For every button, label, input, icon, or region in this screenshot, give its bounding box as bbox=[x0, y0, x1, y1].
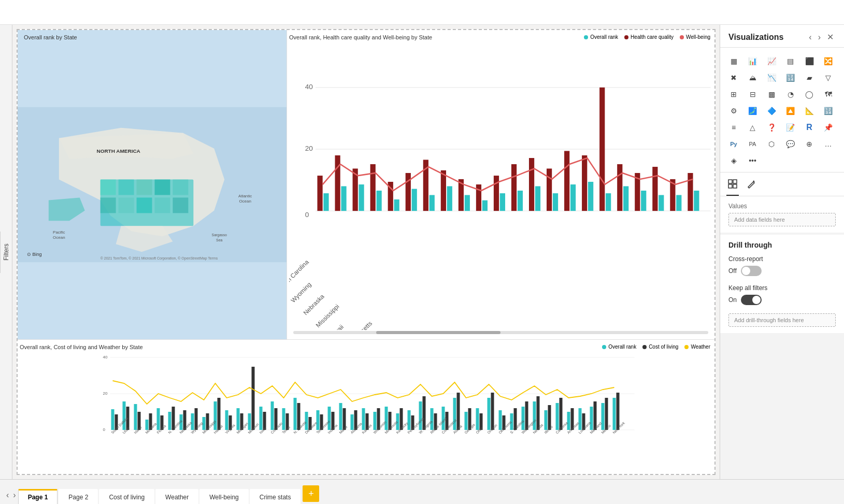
viz-py[interactable]: Py bbox=[726, 137, 741, 151]
viz-filled-map[interactable]: 🗾 bbox=[746, 104, 760, 118]
tab-nav-prev[interactable]: ‹ bbox=[4, 491, 11, 500]
svg-rect-4 bbox=[137, 180, 152, 195]
panel-close-btn[interactable]: ✕ bbox=[825, 31, 836, 43]
viz-waterfall[interactable]: ⬛ bbox=[802, 54, 817, 68]
svg-text:Pacific: Pacific bbox=[53, 230, 65, 235]
tab-well-being[interactable]: Well-being bbox=[199, 489, 248, 504]
svg-text:Wyoming: Wyoming bbox=[290, 281, 313, 304]
viz-ribbon[interactable]: 🔀 bbox=[821, 54, 836, 68]
tab-format-icon[interactable] bbox=[745, 177, 757, 196]
svg-rect-42 bbox=[447, 186, 452, 211]
tab-cost-of-living[interactable]: Cost of living bbox=[99, 489, 154, 504]
svg-text:40: 40 bbox=[103, 355, 108, 359]
bottom-chart: Overall rank, Cost of living and Weather… bbox=[18, 339, 714, 474]
top-bar bbox=[0, 0, 844, 25]
viz-scatter[interactable]: ✖ bbox=[726, 70, 741, 85]
top-chart-scrollbar[interactable] bbox=[293, 331, 708, 334]
panel-next-btn[interactable]: › bbox=[816, 31, 823, 43]
svg-rect-36 bbox=[394, 199, 399, 211]
svg-rect-183 bbox=[590, 407, 593, 430]
svg-rect-133 bbox=[305, 412, 308, 430]
svg-rect-40 bbox=[430, 195, 435, 211]
viz-custom2[interactable]: 💬 bbox=[783, 137, 798, 151]
svg-rect-137 bbox=[328, 407, 331, 430]
add-page-button[interactable]: + bbox=[303, 485, 319, 502]
svg-rect-46 bbox=[482, 200, 488, 211]
viz-funnel[interactable]: ▽ bbox=[821, 70, 836, 85]
filters-tab[interactable]: Filters bbox=[0, 232, 12, 273]
viz-eraser[interactable]: ◈ bbox=[726, 153, 741, 168]
visualizations-panel: Visualizations ‹ › ✕ ▦ 📊 📈 ▤ ⬛ 🔀 ✖ ⛰ 📉 🔢… bbox=[720, 25, 844, 479]
viz-qna[interactable]: ❓ bbox=[764, 120, 779, 135]
viz-100bar[interactable]: ▰ bbox=[802, 70, 817, 85]
svg-rect-52 bbox=[535, 186, 540, 211]
svg-rect-56 bbox=[570, 184, 576, 211]
viz-dots[interactable]: … bbox=[821, 137, 836, 151]
panel-prev-btn[interactable]: ‹ bbox=[807, 31, 813, 43]
svg-text:0: 0 bbox=[103, 427, 106, 432]
svg-rect-38 bbox=[412, 189, 417, 211]
svg-rect-70 bbox=[694, 191, 699, 211]
svg-rect-54 bbox=[553, 193, 558, 211]
map-visual: Overall rank by State bbox=[18, 30, 287, 339]
svg-rect-135 bbox=[317, 410, 320, 430]
svg-text:© 2021 TomTom, © 2021 Microsof: © 2021 TomTom, © 2021 Microsoft Corporat… bbox=[101, 256, 218, 261]
viz-bar-chart[interactable]: 📊 bbox=[746, 54, 760, 68]
tab-crime-stats[interactable]: Crime stats bbox=[250, 489, 301, 504]
viz-decomp[interactable]: △ bbox=[746, 120, 760, 135]
svg-rect-117 bbox=[214, 401, 217, 430]
tab-weather[interactable]: Weather bbox=[155, 489, 198, 504]
svg-rect-34 bbox=[377, 191, 382, 211]
svg-rect-2 bbox=[101, 180, 116, 195]
svg-rect-68 bbox=[676, 195, 681, 211]
top-bar-chart: Overall rank, Health care quality and We… bbox=[287, 30, 714, 339]
viz-more[interactable]: ••• bbox=[746, 153, 760, 168]
viz-combo[interactable]: 🔢 bbox=[783, 70, 798, 85]
viz-pin[interactable]: 📌 bbox=[821, 120, 836, 135]
viz-map[interactable]: 🗺 bbox=[821, 87, 836, 102]
svg-text:Sargasso: Sargasso bbox=[212, 233, 227, 237]
viz-line-bar[interactable]: 📈 bbox=[764, 54, 779, 68]
viz-line[interactable]: 📉 bbox=[764, 70, 779, 85]
svg-rect-121 bbox=[237, 408, 240, 430]
svg-text:20: 20 bbox=[305, 145, 313, 152]
tab-page2[interactable]: Page 2 bbox=[59, 489, 98, 504]
viz-grouped-bar[interactable]: ▤ bbox=[783, 54, 798, 68]
svg-rect-49 bbox=[511, 164, 517, 211]
viz-stacked-bar[interactable]: ▦ bbox=[726, 54, 741, 68]
viz-icons-grid: ▦ 📊 📈 ▤ ⬛ 🔀 ✖ ⛰ 📉 🔢 ▰ ▽ ⊞ ⊟ ▩ ◔ ◯ 🗺 ⚙ 🗾 … bbox=[720, 48, 844, 172]
viz-multi-card[interactable]: 📐 bbox=[802, 104, 817, 118]
viz-r[interactable]: R bbox=[802, 120, 817, 135]
svg-rect-62 bbox=[623, 186, 628, 211]
viz-powerapp[interactable]: PA bbox=[746, 137, 760, 151]
viz-table[interactable]: ⊞ bbox=[726, 87, 741, 102]
svg-rect-123 bbox=[248, 413, 251, 430]
tab-values-icon[interactable] bbox=[726, 177, 739, 196]
svg-text:Mississippi: Mississippi bbox=[314, 303, 341, 329]
svg-rect-165 bbox=[488, 398, 491, 430]
tab-page1[interactable]: Page 1 bbox=[18, 489, 58, 504]
viz-treemap[interactable]: ▩ bbox=[764, 87, 779, 102]
viz-donut[interactable]: ◯ bbox=[802, 87, 817, 102]
drill-through-section: Drill through Cross-report Off Keep all … bbox=[720, 235, 844, 333]
viz-shape-map[interactable]: 🔷 bbox=[764, 104, 779, 118]
svg-rect-236 bbox=[728, 184, 732, 188]
viz-smart-narr[interactable]: 📝 bbox=[783, 120, 798, 135]
viz-custom3[interactable]: ⊕ bbox=[802, 137, 817, 151]
viz-slicer[interactable]: ≡ bbox=[726, 120, 741, 135]
svg-rect-59 bbox=[599, 88, 605, 211]
viz-kpi[interactable]: 🔢 bbox=[821, 104, 836, 118]
keep-filters-toggle[interactable] bbox=[741, 295, 762, 305]
add-values-field[interactable]: Add data fields here bbox=[728, 213, 836, 226]
cross-report-toggle[interactable] bbox=[741, 266, 762, 276]
svg-rect-127 bbox=[271, 401, 274, 430]
viz-custom1[interactable]: ⬡ bbox=[764, 137, 779, 151]
tab-nav-next[interactable]: › bbox=[11, 491, 18, 500]
viz-gauge[interactable]: ⚙ bbox=[726, 104, 741, 118]
viz-matrix[interactable]: ⊟ bbox=[746, 87, 760, 102]
add-drill-field[interactable]: Add drill-through fields here bbox=[728, 313, 836, 327]
viz-pie[interactable]: ◔ bbox=[783, 87, 798, 102]
viz-area[interactable]: ⛰ bbox=[746, 70, 760, 85]
viz-card[interactable]: 🔼 bbox=[783, 104, 798, 118]
svg-text:⊙ Bing: ⊙ Bing bbox=[27, 252, 41, 257]
